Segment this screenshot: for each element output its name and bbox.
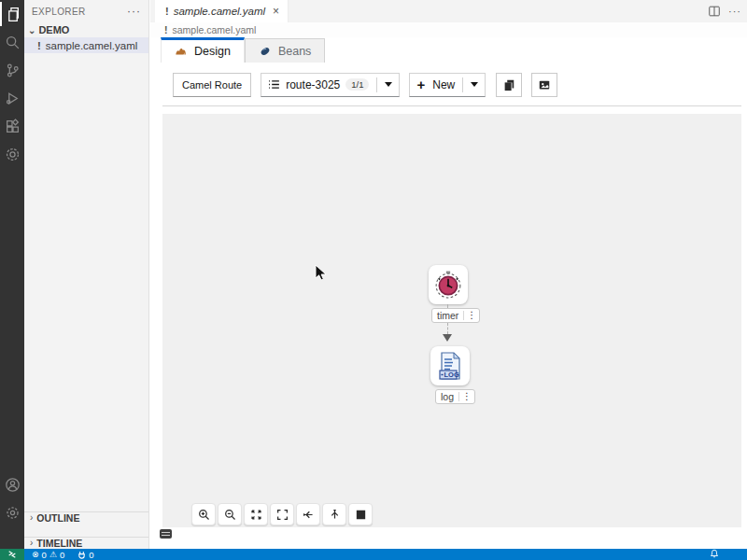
zoom-in-button[interactable] [191,503,216,525]
breadcrumb[interactable]: ! sample.camel.yaml [150,22,747,37]
sidebar-header: EXPLORER ··· [24,0,148,22]
edge-timer-to-log [447,323,448,334]
keyboard-accessibility-icon[interactable] [160,529,172,539]
route-count-badge: 1/1 [345,78,369,91]
account-icon [5,477,21,493]
copy-flow-button[interactable] [496,73,522,97]
reset-view-button[interactable] [270,503,294,525]
tab-sample-camel-yaml[interactable]: ! sample.camel.yaml × [155,0,289,22]
vscode-window: EXPLORER ··· ⌄ DEMO ! sample.camel.yaml … [0,0,747,560]
edge-arrowhead [443,334,452,342]
log-label-text: log [436,391,458,402]
zoom-out-button[interactable] [218,503,242,525]
catalog-icon [355,509,367,521]
chevron-down-icon [471,82,478,87]
tab-beans-label: Beans [278,45,311,58]
outline-label: OUTLINE [36,512,79,524]
run-debug-icon [5,91,21,106]
timer-icon [434,271,462,299]
breadcrumb-file: sample.camel.yaml [173,24,257,35]
export-image-button[interactable] [531,73,557,97]
ports-indicator[interactable]: 0 [78,550,93,560]
kebab-menu-icon[interactable]: ⋮ [463,311,479,320]
node-label-log[interactable]: log ⋮ [435,389,475,404]
sidebar-section-timeline[interactable]: › TIMELINE [24,537,148,550]
explorer-sidebar: EXPLORER ··· ⌄ DEMO ! sample.camel.yaml … [24,0,149,549]
toolbar-divider [162,105,741,106]
yaml-file-icon: ! [165,6,169,17]
chevron-right-icon: › [30,538,33,548]
kebab-menu-icon[interactable]: ⋮ [458,392,474,401]
settings-gear-icon [5,505,21,521]
log-icon: LOG [436,351,464,381]
zoom-out-icon [224,509,236,521]
node-label-timer[interactable]: timer ⋮ [431,308,480,323]
horizontal-layout-icon [303,509,315,521]
explorer-icon [5,7,21,22]
warning-count: 0 [60,550,64,560]
split-editor-icon[interactable] [708,5,721,18]
kaoto-tabs: Design Beans [150,37,747,63]
editor-area: ! sample.camel.yaml × ··· ! sample.camel… [150,0,747,549]
more-actions-icon[interactable]: ··· [728,6,741,17]
error-circle-icon: ⊗ [32,550,39,559]
new-route-dropdown[interactable]: + New [409,73,486,97]
reset-view-icon [276,509,289,521]
explorer-more-actions-icon[interactable]: ··· [127,5,141,18]
sidebar-item-sample-camel-yaml[interactable]: ! sample.camel.yaml [24,37,148,53]
new-label: New [432,78,455,91]
activity-extensions-button[interactable] [0,112,24,140]
kaoto-canvas[interactable]: timer ⋮ LOG log ⋮ [162,114,741,527]
plus-icon: + [416,77,425,91]
fit-to-screen-icon [250,509,262,521]
activity-explorer-button[interactable] [0,0,24,28]
zoom-in-icon [198,509,210,521]
close-tab-icon[interactable]: × [273,6,279,17]
sidebar-section-outline[interactable]: › OUTLINE [24,511,148,525]
dsl-label: Camel Route [182,79,242,91]
tab-title: sample.camel.yaml [174,6,265,17]
node-log[interactable]: LOG [430,346,470,385]
catalog-button[interactable] [348,503,373,525]
timer-label-text: timer [432,310,463,321]
bell-icon [710,549,719,558]
image-export-icon [538,78,551,91]
copy-icon [502,78,515,91]
tab-beans[interactable]: Beans [245,38,325,63]
file-name: sample.camel.yaml [46,40,137,51]
activity-kaoto-button[interactable] [0,140,24,168]
section-label: DEMO [38,24,69,35]
notifications-button[interactable] [710,549,719,560]
route-selector-dropdown[interactable]: route-3025 1/1 [261,73,400,97]
activity-search-button[interactable] [0,28,24,56]
fit-to-screen-button[interactable] [244,503,268,525]
tab-design-label: Design [194,45,231,58]
svg-text:LOG: LOG [444,371,459,379]
sidebar-section-demo[interactable]: ⌄ DEMO [24,22,148,37]
list-icon [268,78,280,91]
chevron-down-icon [385,82,392,87]
editor-tab-bar: ! sample.camel.yaml × ··· [150,0,747,22]
ports-icon [78,551,86,559]
canvas-controls [191,503,373,525]
activity-run-debug-button[interactable] [0,84,24,112]
camel-icon [175,45,188,58]
vertical-layout-button[interactable] [322,503,346,525]
node-timer[interactable] [429,265,468,304]
tab-design[interactable]: Design [161,37,245,63]
activity-settings-button[interactable] [0,498,24,526]
timeline-label: TIMELINE [36,538,82,549]
warning-triangle-icon: ⚠ [49,550,57,559]
route-name: route-3025 [286,78,340,91]
chevron-right-icon: › [30,512,33,523]
ports-count: 0 [89,550,93,560]
remote-indicator[interactable] [0,549,24,560]
bean-icon [259,45,272,58]
problems-indicator[interactable]: ⊗ 0 ⚠ 0 [32,550,64,560]
editor-actions: ··· [708,0,741,22]
horizontal-layout-button[interactable] [296,503,320,525]
divider [376,77,377,92]
activity-source-control-button[interactable] [0,56,24,84]
dsl-selector-button[interactable]: Camel Route [173,73,251,97]
activity-account-button[interactable] [0,470,24,498]
